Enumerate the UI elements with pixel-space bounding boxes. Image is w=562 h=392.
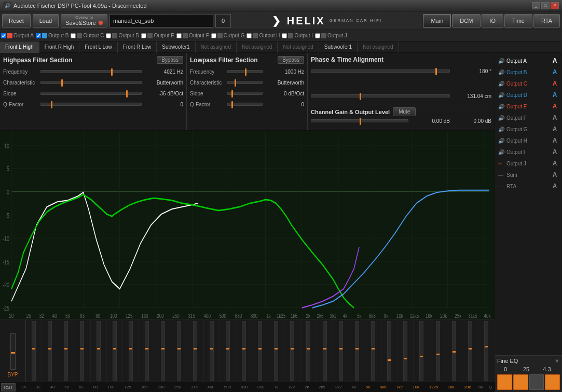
maximize-button[interactable]: □ <box>541 2 550 9</box>
pta-delay-slider[interactable] <box>311 94 450 97</box>
output-list-g[interactable]: 🔊 Output G A <box>497 123 560 135</box>
eq-band-3[interactable] <box>58 320 74 382</box>
eq-band-17[interactable] <box>284 320 300 382</box>
output-d-tab[interactable]: Output D <box>106 33 139 38</box>
output-list-d[interactable]: 🔊 Output D A <box>497 89 560 101</box>
eq-band-1[interactable] <box>26 320 42 382</box>
pta-phase-slider[interactable] <box>311 69 450 73</box>
lp-char-slider[interactable] <box>227 81 263 84</box>
output-e-tab[interactable]: Output E <box>141 33 174 38</box>
eq-band-19[interactable] <box>317 320 333 382</box>
output-e-check[interactable] <box>141 33 146 38</box>
output-b-check[interactable] <box>36 33 41 38</box>
output-c-tab[interactable]: Output C <box>71 33 104 38</box>
fine-eq-slider-2[interactable] <box>513 374 528 390</box>
preset-num-input[interactable] <box>215 14 231 27</box>
fine-eq-dropdown[interactable]: ▼ <box>554 358 560 364</box>
channel-tab-8[interactable]: Subwoofer1 <box>319 41 358 53</box>
output-c-check[interactable] <box>71 33 76 38</box>
channel-tab-5[interactable]: Not assigned <box>196 41 237 53</box>
output-list-sum[interactable]: — Sum A <box>497 169 560 180</box>
minimize-button[interactable]: _ <box>532 2 540 9</box>
rst-button[interactable]: RST <box>1 383 16 391</box>
reset-button[interactable]: Reset <box>2 14 31 27</box>
eq-band-9[interactable] <box>155 320 171 382</box>
fine-eq-slider-3[interactable] <box>529 374 544 390</box>
eq-band-18[interactable] <box>300 320 317 382</box>
gain-slider[interactable] <box>311 119 408 122</box>
eq-band-8[interactable] <box>139 320 155 382</box>
eq-band-6[interactable] <box>107 320 123 382</box>
hp-freq-slider[interactable] <box>40 70 142 73</box>
output-g-check[interactable] <box>211 33 216 38</box>
preset-name-input[interactable] <box>109 14 213 27</box>
close-button[interactable]: ✕ <box>551 2 559 9</box>
output-j-tab[interactable]: Output J <box>315 33 347 38</box>
channel-tab-3[interactable]: Front R Low <box>118 41 157 53</box>
eq-band-16[interactable] <box>268 320 284 382</box>
channel-tab-1[interactable]: Front R High <box>39 41 80 53</box>
channel-tab-4[interactable]: Subwoofer1 <box>157 41 195 53</box>
output-h-tab[interactable]: Output H <box>246 33 280 38</box>
output-list-c[interactable]: 🔊 Output C A <box>497 78 560 89</box>
eq-band-11[interactable] <box>187 320 203 382</box>
eq-band-20[interactable] <box>333 320 349 382</box>
rta-nav-button[interactable]: RTA <box>533 14 560 27</box>
output-a-tab[interactable]: Output A <box>1 33 34 38</box>
output-i-tab[interactable]: Output I <box>282 33 313 38</box>
output-f-tab[interactable]: Output F <box>176 33 209 38</box>
output-list-b[interactable]: 🔊 Output B A <box>497 66 560 78</box>
eq-band-27[interactable] <box>446 320 462 382</box>
output-d-check[interactable] <box>106 33 111 38</box>
time-nav-button[interactable]: Time <box>504 14 532 27</box>
eq-band-5[interactable] <box>91 320 107 382</box>
output-g-tab[interactable]: Output G <box>211 33 245 38</box>
eq-band-29[interactable] <box>478 320 495 382</box>
hp-q-slider[interactable] <box>40 103 142 106</box>
lowpass-bypass-button[interactable]: Bypass <box>278 56 304 64</box>
eq-band-26[interactable] <box>430 320 446 382</box>
eq-master-slider[interactable] <box>10 333 16 370</box>
output-i-check[interactable] <box>282 33 287 38</box>
output-list-rta[interactable]: — RTA A <box>497 180 560 192</box>
output-f-check[interactable] <box>176 33 182 38</box>
eq-band-24[interactable] <box>397 320 414 382</box>
output-list-e[interactable]: 🔊 Output E A <box>497 101 560 112</box>
eq-band-2[interactable] <box>42 320 58 382</box>
eq-band-28[interactable] <box>462 320 478 382</box>
load-button[interactable]: Load <box>33 14 59 27</box>
eq-band-21[interactable] <box>349 320 365 382</box>
eq-band-4[interactable] <box>74 320 90 382</box>
channel-tab-6[interactable]: Not assigned <box>237 41 278 53</box>
channel-tab-2[interactable]: Front L Low <box>79 41 117 53</box>
output-list-j[interactable]: ✂ Output J A <box>497 158 560 169</box>
lp-slope-slider[interactable] <box>227 92 263 95</box>
highpass-bypass-button[interactable]: Bypass <box>157 56 183 64</box>
output-a-check[interactable] <box>1 33 6 38</box>
dcm-nav-button[interactable]: DCM <box>452 14 481 27</box>
io-nav-button[interactable]: IO <box>482 14 503 27</box>
eq-band-22[interactable] <box>365 320 381 382</box>
output-list-i[interactable]: 🔊 Output I A <box>497 146 560 158</box>
output-list-f[interactable]: 🔊 Output F A <box>497 112 560 123</box>
eq-band-7[interactable] <box>123 320 139 382</box>
mute-button[interactable]: Mute <box>393 107 416 116</box>
eq-band-23[interactable] <box>381 320 397 382</box>
save-store-button[interactable]: Overwrite Save&Store <box>61 14 107 27</box>
channel-tab-0[interactable]: Front L High <box>0 41 39 53</box>
eq-band-13[interactable] <box>220 320 236 382</box>
output-b-tab[interactable]: Output B <box>36 33 68 38</box>
eq-band-10[interactable] <box>171 320 187 382</box>
fine-eq-slider-1[interactable] <box>497 374 512 390</box>
hp-slope-slider[interactable] <box>40 92 142 95</box>
output-list-a[interactable]: 🔊 Output A A <box>497 55 560 66</box>
eq-band-25[interactable] <box>414 320 430 382</box>
hp-char-slider[interactable] <box>40 81 142 84</box>
fine-eq-slider-4[interactable] <box>545 374 560 390</box>
eq-band-15[interactable] <box>252 320 268 382</box>
output-list-h[interactable]: 🔊 Output H A <box>497 135 560 146</box>
output-j-check[interactable] <box>315 33 320 38</box>
eq-band-12[interactable] <box>204 320 220 382</box>
channel-tab-7[interactable]: Not assigned <box>278 41 319 53</box>
lp-freq-slider[interactable] <box>227 70 263 73</box>
